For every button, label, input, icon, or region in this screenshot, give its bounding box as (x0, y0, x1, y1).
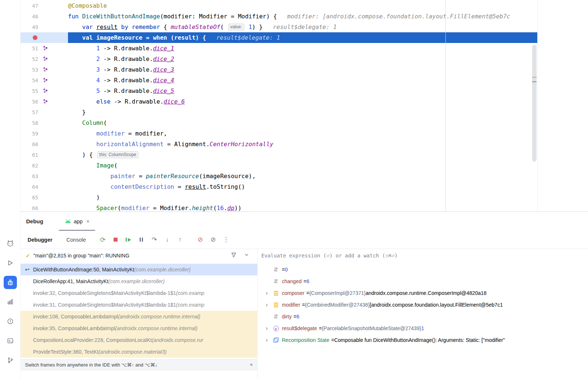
variable-row[interactable]: 10 01changed= 6 (258, 275, 588, 287)
drawable-preview-icon[interactable] (43, 67, 49, 73)
frame-row[interactable]: CompositionLocalProvider:228, Compositio… (21, 334, 257, 346)
code-text[interactable]: ) (68, 192, 537, 203)
drawable-preview-icon[interactable] (43, 56, 49, 62)
gutter-cell[interactable]: 59 (21, 128, 68, 139)
code-text[interactable]: 3 -> R.drawable.dice_3 (68, 64, 537, 75)
chevron-down-icon[interactable] (244, 252, 249, 259)
tab-console[interactable]: Console (67, 237, 86, 243)
evaluate-expression-input[interactable]: Evaluate expression (⏎) or add a watch (… (258, 249, 588, 262)
code-text[interactable]: else -> R.drawable.dice_6 (68, 96, 537, 107)
drawable-preview-icon[interactable] (43, 77, 49, 83)
code-text[interactable]: contentDescription = result.toString() (68, 181, 537, 192)
frame-row[interactable]: invoke:31, ComposableSingletons$MainActi… (21, 299, 257, 311)
step-into-icon[interactable]: ↓ (163, 235, 172, 244)
session-tab-app[interactable]: app × (59, 212, 95, 231)
tab-debugger[interactable]: Debugger (28, 237, 53, 243)
breakpoint-icon[interactable] (33, 35, 37, 40)
frame-row[interactable]: invoke:35, ComposableLambdaImpl (android… (21, 322, 257, 334)
thread-header[interactable]: ✓ "main"@2,815 in group "main": RUNNING (21, 249, 257, 262)
gutter-cell[interactable]: 48 (21, 11, 68, 22)
gutter-cell[interactable]: 56 (21, 96, 68, 107)
stop-icon[interactable] (111, 235, 120, 244)
banner-close-icon[interactable]: × (250, 362, 253, 368)
expand-chevron-icon[interactable]: › (266, 325, 273, 332)
gutter-cell[interactable]: 65 (21, 192, 68, 203)
more-icon[interactable]: ⋮ (222, 235, 230, 244)
variable-row[interactable]: ›modifier= {CombinedModifier@27438} [and… (258, 299, 588, 311)
gutter-cell[interactable]: 60 (21, 139, 68, 149)
variable-row[interactable]: 10 01= 0 (258, 264, 588, 275)
frame-row[interactable]: ↩DiceWithButtonAndImage:50, MainActivity… (21, 264, 257, 275)
code-text[interactable]: fun DiceWithButtonAndImage(modifier: Mod… (68, 11, 537, 22)
problems-icon[interactable] (5, 316, 15, 326)
code-text[interactable]: @Composable (68, 0, 537, 11)
expand-chevron-icon[interactable]: › (266, 302, 273, 308)
gutter-cell[interactable] (21, 32, 68, 43)
code-text[interactable]: Image( (68, 160, 537, 171)
expand-chevron-icon[interactable]: › (266, 337, 273, 343)
view-breakpoints-icon[interactable]: ⊘ (209, 235, 218, 244)
close-icon[interactable]: × (86, 219, 89, 224)
code-text[interactable]: ) { this: ColumnScope (68, 149, 537, 160)
resume-icon[interactable] (124, 235, 133, 244)
gutter-cell[interactable]: 57 (21, 107, 68, 118)
drawable-preview-icon[interactable] (43, 88, 49, 94)
mute-breakpoints-icon[interactable]: ⊘ (196, 235, 205, 244)
gutter-cell[interactable]: 53 (21, 64, 68, 75)
debug-icon[interactable] (4, 276, 17, 289)
frame-row[interactable]: ProvideTextStyle:360, TextKt (androidx.c… (21, 346, 257, 358)
git-branch-icon[interactable] (5, 355, 15, 365)
logcat-icon[interactable] (5, 238, 15, 249)
filter-icon[interactable] (231, 252, 237, 259)
editor-scrollbar[interactable] (532, 0, 537, 212)
frame-row[interactable]: invoke:108, ComposableLambdaImpl (androi… (21, 311, 257, 322)
code-text[interactable]: 1 -> R.drawable.dice_1 (68, 43, 537, 54)
variable-row[interactable]: ›composer= {ComposerImpl@27371} androidx… (258, 287, 588, 299)
gutter-cell[interactable]: 58 (21, 118, 68, 128)
step-over-icon[interactable]: ↷ (150, 235, 159, 244)
profiler-icon[interactable] (5, 297, 15, 307)
code-text[interactable]: var result by remember { mutableStateOf(… (68, 22, 537, 32)
code-text[interactable]: 2 -> R.drawable.dice_2 (68, 54, 537, 64)
gutter-cell[interactable]: 62 (21, 160, 68, 171)
terminal-icon[interactable] (5, 336, 15, 346)
code-token: horizontalAlignment (96, 141, 164, 148)
gutter-cell[interactable]: 47 (21, 0, 68, 11)
scrollbar-thumb[interactable] (532, 45, 537, 162)
code-text[interactable]: } (68, 107, 537, 118)
gutter-cell[interactable]: 64 (21, 181, 68, 192)
gutter-cell[interactable]: 63 (21, 171, 68, 181)
frame-row[interactable]: invoke:32, ComposableSingletons$MainActi… (21, 287, 257, 299)
variable-row[interactable]: ›result$delegate= {ParcelableSnapshotMut… (258, 322, 588, 334)
gutter-cell[interactable]: 51 (21, 43, 68, 54)
expand-chevron-icon[interactable]: › (266, 290, 273, 296)
code-text[interactable]: 4 -> R.drawable.dice_4 (68, 75, 537, 86)
code-token: dice_4 (153, 77, 174, 84)
variable-row[interactable]: 10 01dirty= 6 (258, 311, 588, 322)
rerun-icon[interactable]: ⟳ (98, 235, 107, 244)
gutter-cell[interactable]: 61 (21, 149, 68, 160)
gutter-cell[interactable]: 49 (21, 22, 68, 32)
debug-panel-header: Debug app × (21, 212, 588, 231)
drawable-preview-icon[interactable] (43, 99, 49, 105)
code-text[interactable]: 5 -> R.drawable.dice_5 (68, 86, 537, 96)
drawable-preview-icon[interactable] (43, 46, 49, 51)
code-editor[interactable]: 47@Composable48fun DiceWithButtonAndImag… (21, 0, 537, 212)
pause-icon[interactable] (137, 235, 146, 244)
code-text[interactable]: Column( (68, 118, 537, 128)
step-out-icon[interactable]: ↑ (176, 235, 184, 244)
code-text[interactable]: Spacer(modifier = Modifier.height(16.dp)… (68, 203, 537, 212)
gutter-cell[interactable]: 52 (21, 54, 68, 64)
gutter-cell[interactable]: 66 (21, 203, 68, 212)
gutter-cell[interactable]: 55 (21, 86, 68, 96)
code-text[interactable]: modifier = modifier, (68, 128, 537, 139)
code-text[interactable]: painter = painterResource(imageResource)… (68, 171, 537, 181)
empty-editor-split[interactable] (537, 0, 588, 212)
run-icon[interactable] (5, 258, 15, 268)
frame-row[interactable]: DiceRollerApp:41, MainActivityKt (com.ex… (21, 275, 257, 287)
variable-row[interactable]: ›Recomposition State= Composable fun Dic… (258, 334, 588, 346)
code-text[interactable]: val imageResource = when (result) {resul… (68, 32, 537, 43)
code-line: val imageResource = when (result) {resul… (21, 32, 537, 43)
gutter-cell[interactable]: 54 (21, 75, 68, 86)
code-text[interactable]: horizontalAlignment = Alignment.CenterHo… (68, 139, 537, 149)
